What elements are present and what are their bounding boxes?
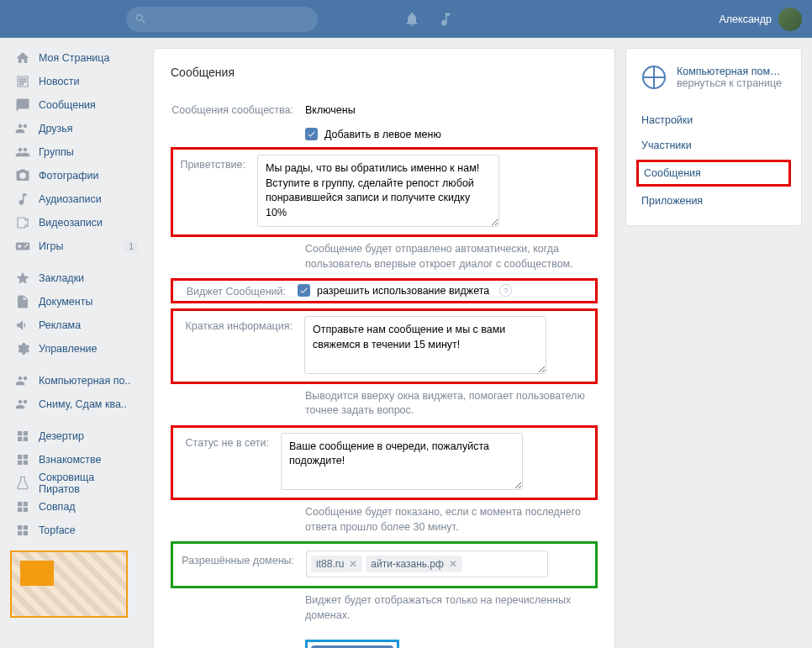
badge: 1 (124, 241, 138, 252)
gear-icon (15, 341, 30, 356)
widget-label: Виджет Сообщений: (180, 284, 298, 298)
sidebar-item[interactable]: Фотографии (10, 164, 143, 187)
app-icon (15, 429, 30, 444)
sidebar-item-label: Компьютерная по.. (39, 375, 130, 387)
flask-icon (15, 476, 30, 491)
sidebar-item-label: Реклама (39, 319, 81, 331)
add-to-menu-checkbox[interactable] (305, 128, 318, 140)
msg-icon (15, 97, 30, 113)
greeting-textarea[interactable] (257, 155, 499, 227)
sidebar-item[interactable]: Взнакомстве (10, 448, 143, 472)
sidebar-item[interactable]: Сокровища Пиратов (10, 472, 143, 495)
star-icon (15, 271, 30, 286)
sidebar-item-label: Закладки (39, 272, 84, 284)
sidebar-item-label: Фотографии (39, 170, 98, 182)
docs-icon (15, 294, 30, 309)
back-link[interactable]: вернуться к странице (677, 77, 786, 89)
sidebar-item-label: Взнакомстве (39, 454, 102, 466)
sidebar-item-label: Topface (39, 524, 76, 536)
user-menu[interactable]: Александр (719, 8, 802, 31)
sidebar-item-label: Дезертир (39, 430, 84, 442)
sidebar-item[interactable]: Друзья (10, 117, 143, 140)
sidebar-item[interactable]: Управление (10, 337, 143, 361)
music-icon[interactable] (429, 0, 462, 38)
domain-tag: it88.ru✕ (311, 556, 362, 572)
tab-members[interactable]: Участники (641, 133, 786, 158)
sidebar-item-label: Сниму, Сдам ква.. (39, 398, 127, 410)
sidebar-item[interactable]: Реклама (10, 313, 143, 337)
sidebar-item-label: Управление (39, 343, 98, 355)
offline-textarea[interactable] (281, 433, 523, 491)
app-icon (15, 499, 30, 514)
username: Александр (719, 13, 772, 25)
people-icon (15, 397, 30, 412)
video-icon (15, 215, 30, 230)
remove-tag-icon[interactable]: ✕ (349, 558, 357, 570)
photo-icon (15, 168, 30, 183)
sidebar-item-label: Группы (39, 146, 74, 158)
domain-tag: айти-казань.рф✕ (366, 556, 462, 572)
app-icon (15, 523, 30, 538)
content-panel: Сообщения Сообщения сообщества: Включены… (153, 48, 615, 648)
sidebar-item-label: Игры (39, 240, 63, 252)
notifications-icon[interactable] (395, 0, 429, 38)
search-icon (134, 13, 147, 25)
tab-messages[interactable]: Сообщения (644, 164, 783, 182)
sidebar-item[interactable]: Видеозаписи (10, 211, 143, 234)
app-icon (15, 452, 30, 467)
groups-icon (15, 145, 30, 160)
sidebar-item[interactable]: Моя Страница (10, 46, 143, 70)
sidebar-item[interactable]: Группы (10, 140, 143, 164)
sidebar-item[interactable]: Сообщения (10, 93, 143, 117)
sidebar-item[interactable]: Совпад (10, 495, 143, 519)
widget-checkbox[interactable] (298, 284, 310, 297)
sidebar-item[interactable]: Новости (10, 70, 143, 93)
tab-apps[interactable]: Приложения (641, 188, 786, 213)
sidebar-item[interactable]: Документы (10, 290, 143, 313)
tab-settings[interactable]: Настройки (641, 108, 786, 133)
sidebar-item[interactable]: Дезертир (10, 424, 143, 448)
sidebar-item[interactable]: Закладки (10, 266, 143, 290)
sidebar-item-label: Моя Страница (39, 52, 109, 64)
sidebar-item[interactable]: Сниму, Сдам ква.. (10, 392, 143, 416)
domains-label: Разрешённые домены: (180, 551, 306, 577)
help-icon[interactable]: ? (499, 284, 512, 297)
search-input[interactable] (152, 13, 303, 25)
brief-textarea[interactable] (304, 316, 546, 374)
remove-tag-icon[interactable]: ✕ (449, 558, 457, 570)
sidebar-item[interactable]: Topface (10, 519, 143, 542)
sidebar-item[interactable]: Игры1 (10, 234, 143, 258)
brief-hint: Выводится вверху окна виджета, помогает … (305, 389, 598, 419)
games-icon (15, 239, 30, 254)
sidebar-item[interactable]: Компьютерная по.. (10, 369, 143, 392)
sidebar-item-label: Документы (39, 296, 92, 308)
home-icon (15, 50, 30, 66)
ad-thumbnail[interactable] (10, 551, 128, 618)
sidebar-item[interactable]: Аудиозаписи (10, 187, 143, 211)
domains-hint: Виджет будет отображаться только на пере… (305, 593, 598, 623)
audio-icon (15, 192, 30, 207)
left-sidebar: Моя СтраницаНовостиСообщенияДрузьяГруппы… (10, 38, 143, 648)
news-icon (15, 74, 30, 89)
status-label: Сообщения сообщества: (171, 100, 305, 140)
right-panel: Компьютерная помощь ... вернуться к стра… (625, 48, 802, 226)
ad-icon (15, 318, 30, 333)
status-value: Включены (305, 100, 598, 116)
sidebar-item-label: Друзья (39, 123, 73, 134)
search-box[interactable] (126, 7, 318, 32)
sidebar-item-label: Сокровища Пиратов (39, 472, 138, 495)
friends-icon (15, 121, 30, 136)
header-bar: Александр (0, 0, 812, 38)
widget-check-label: разрешить использование виджета (317, 285, 489, 297)
greeting-label: Приветствие: (180, 155, 257, 229)
people-icon (15, 373, 30, 388)
sidebar-item-label: Аудиозаписи (39, 193, 102, 205)
add-to-menu-label: Добавить в левое меню (324, 129, 441, 140)
group-logo (641, 61, 667, 94)
offline-label: Статус не в сети: (180, 433, 281, 493)
sidebar-item-label: Сообщения (39, 99, 96, 111)
sidebar-item-label: Новости (39, 76, 79, 87)
sidebar-item-label: Совпад (39, 501, 76, 513)
domains-input[interactable]: it88.ru✕айти-казань.рф✕ (306, 551, 548, 577)
group-title[interactable]: Компьютерная помощь ... (677, 66, 786, 77)
